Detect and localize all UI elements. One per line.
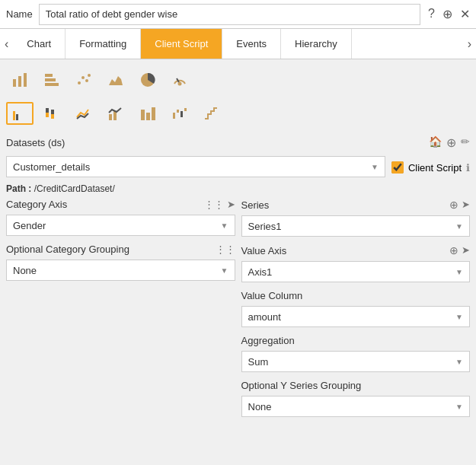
optional-y-series-title: Optional Y Series Grouping	[241, 380, 362, 391]
value-axis-actions: ⊕ ➤	[449, 244, 470, 256]
svg-rect-2	[24, 73, 27, 87]
client-script-info-icon[interactable]: ℹ	[466, 162, 470, 174]
title-input[interactable]	[39, 4, 420, 25]
value-column-dropdown-arrow: ▼	[455, 313, 463, 321]
col-right: Series ⊕ ➤ Series1 ▼ Value Axis ⊕ ➤	[241, 199, 471, 459]
optional-y-series-dropdown-arrow: ▼	[455, 403, 463, 411]
series-actions: ⊕ ➤	[449, 199, 470, 211]
move-icon[interactable]: ⊕	[442, 7, 452, 21]
datasets-home-icon[interactable]: 🏠	[429, 135, 442, 150]
svg-rect-4	[45, 78, 56, 81]
name-label: Name	[6, 8, 33, 20]
value-axis-title: Value Axis	[241, 245, 287, 256]
svg-rect-21	[141, 110, 145, 120]
datasets-add-icon[interactable]: ⊕	[446, 135, 456, 150]
svg-rect-22	[146, 113, 150, 120]
close-icon[interactable]: ✕	[460, 7, 470, 21]
series-title: Series	[241, 199, 270, 211]
category-axis-title: Category Axis	[6, 199, 67, 210]
value-axis-dropdown[interactable]: Axis1 ▼	[241, 261, 471, 282]
svg-rect-5	[45, 83, 59, 86]
chart-type-multiline[interactable]	[70, 102, 97, 125]
main-area: Datasets (ds) 🏠 ⊕ ✏ Customer_details ▼ C…	[0, 59, 476, 465]
prev-tab-button[interactable]: ‹	[0, 29, 13, 59]
tab-hierarchy[interactable]: Hierarchy	[281, 29, 352, 59]
value-column-title: Value Column	[241, 290, 303, 301]
datasets-dropdown[interactable]: Customer_details ▼	[6, 156, 385, 177]
datasets-actions: 🏠 ⊕ ✏	[429, 135, 470, 150]
chart-type-bar2[interactable]	[134, 102, 161, 125]
chart-type-hbar[interactable]	[38, 68, 65, 91]
top-bar: Name ? ⊕ ✕	[0, 0, 476, 29]
svg-rect-16	[46, 108, 49, 113]
tab-bar: ‹ Chart Formatting Client Script Events …	[0, 29, 476, 59]
chart-type-stepped[interactable]	[198, 102, 225, 125]
optional-grouping-header: Optional Category Grouping ⋮⋮	[6, 244, 235, 255]
svg-rect-27	[184, 108, 187, 111]
tab-events[interactable]: Events	[222, 29, 281, 59]
value-column-dropdown[interactable]: amount ▼	[241, 306, 471, 327]
optional-grouping-icon[interactable]: ⋮⋮	[216, 244, 235, 255]
optional-grouping-title: Optional Category Grouping	[6, 244, 129, 255]
svg-point-6	[78, 81, 81, 84]
category-axis-send-icon[interactable]: ➤	[227, 199, 235, 210]
chart-type-gauge[interactable]	[166, 68, 193, 91]
svg-rect-3	[45, 74, 53, 77]
series-header: Series ⊕ ➤	[241, 199, 471, 211]
tab-chart[interactable]: Chart	[13, 29, 65, 59]
chart-type-scatter[interactable]	[70, 68, 97, 91]
series-dropdown[interactable]: Series1 ▼	[241, 215, 471, 237]
path-text: Path : /CreditCardDataset/	[6, 183, 470, 194]
svg-rect-1	[18, 76, 21, 87]
aggregation-dropdown[interactable]: Sum ▼	[241, 351, 471, 372]
svg-point-8	[85, 79, 88, 82]
series-add-icon[interactable]: ⊕	[449, 199, 458, 211]
client-script-label: Client Script	[408, 162, 462, 174]
datasets-dropdown-arrow: ▼	[371, 163, 379, 171]
chart-type-area[interactable]	[102, 68, 129, 91]
client-script-checkbox[interactable]	[391, 161, 404, 174]
help-icon[interactable]: ?	[428, 7, 435, 21]
tab-client-script[interactable]: Client Script	[141, 29, 222, 59]
left-panel: Datasets (ds) 🏠 ⊕ ✏ Customer_details ▼ C…	[0, 59, 476, 465]
series-dropdown-arrow: ▼	[455, 222, 463, 231]
category-axis-dropdown[interactable]: Gender ▼	[6, 215, 235, 236]
client-script-row: Client Script ℹ	[391, 161, 470, 174]
value-axis-add-icon[interactable]: ⊕	[449, 244, 458, 256]
chart-type-combo[interactable]	[102, 102, 129, 125]
tab-formatting[interactable]: Formatting	[65, 29, 141, 59]
svg-rect-0	[13, 79, 16, 87]
two-col-layout: Category Axis ⋮⋮ ➤ Gender ▼ Optional Cat…	[6, 199, 470, 459]
optional-y-series-dropdown[interactable]: None ▼	[241, 396, 471, 417]
series-send-icon[interactable]: ➤	[462, 199, 470, 211]
svg-rect-13	[13, 111, 15, 120]
value-column-header: Value Column	[241, 290, 471, 301]
chart-type-stacked-bar[interactable]	[38, 102, 65, 125]
svg-rect-14	[16, 114, 18, 120]
chart-type-grouped-bar[interactable]	[6, 102, 34, 125]
aggregation-header: Aggregation	[241, 335, 471, 346]
category-axis-dropdown-arrow: ▼	[221, 221, 228, 230]
aggregation-dropdown-arrow: ▼	[455, 358, 463, 366]
chart-type-pie[interactable]	[134, 68, 161, 91]
category-axis-header: Category Axis ⋮⋮ ➤	[6, 199, 235, 210]
category-axis-network-icon[interactable]: ⋮⋮	[204, 199, 224, 210]
svg-point-7	[81, 76, 85, 79]
svg-point-12	[179, 83, 181, 85]
datasets-edit-icon[interactable]: ✏	[461, 135, 470, 150]
chart-type-bar[interactable]	[6, 68, 34, 91]
chart-type-waterfall[interactable]	[166, 102, 193, 125]
svg-rect-23	[152, 107, 155, 120]
optional-y-series-header: Optional Y Series Grouping	[241, 380, 471, 391]
value-axis-send-icon[interactable]: ➤	[462, 244, 470, 256]
value-axis-header: Value Axis ⊕ ➤	[241, 244, 471, 256]
svg-point-9	[88, 74, 91, 77]
svg-rect-15	[46, 113, 49, 117]
aggregation-title: Aggregation	[241, 335, 295, 346]
svg-rect-26	[180, 111, 183, 117]
chart-type-row-1	[6, 65, 470, 94]
chart-type-row-2	[6, 99, 470, 128]
next-tab-button[interactable]: ›	[463, 29, 476, 59]
optional-grouping-dropdown[interactable]: None ▼	[6, 260, 235, 281]
category-axis-actions: ⋮⋮ ➤	[204, 199, 235, 210]
